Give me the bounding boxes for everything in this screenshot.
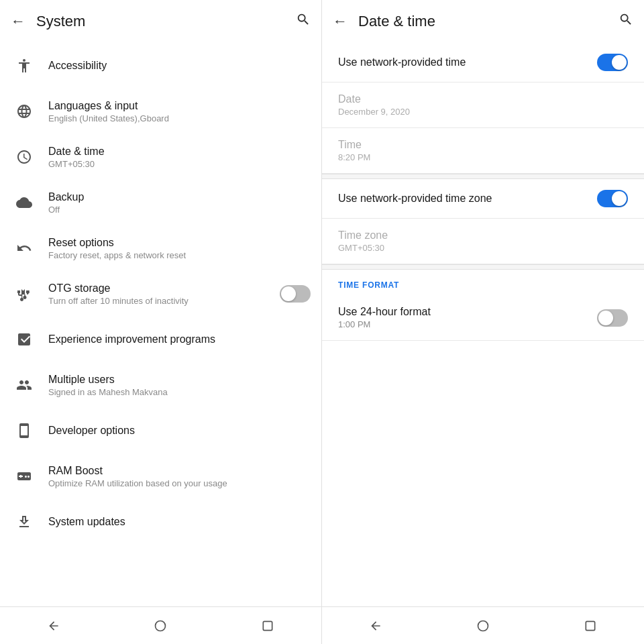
otg-toggle-switch[interactable] [280,285,311,303]
languages-title: Languages & input [48,100,311,112]
right-nav-bar [322,606,644,644]
dt-timezone: Time zone GMT+05:30 [322,219,644,264]
settings-item-accessibility[interactable]: Accessibility [0,43,321,89]
dt-timezone-sub: GMT+05:30 [338,243,628,253]
dt-time-title: Time [338,139,628,151]
svg-rect-1 [263,621,272,630]
dt-network-timezone[interactable]: Use network-provided time zone [322,179,644,219]
reset-title: Reset options [48,237,311,249]
phone-icon [11,417,38,444]
users-title: Multiple users [48,374,311,386]
dt-network-timezone-title: Use network-provided time zone [338,193,597,205]
section-separator-2 [322,264,644,270]
datetime-content: Date & time GMT+05:30 [48,146,311,169]
datetime-settings: Use network-provided time Date December … [322,43,644,606]
svg-point-0 [156,621,166,631]
accessibility-title: Accessibility [48,60,311,72]
settings-item-backup[interactable]: Backup Off [0,180,321,225]
settings-item-reset[interactable]: Reset options Factory reset, apps & netw… [0,225,321,271]
developer-content: Developer options [48,425,311,437]
reset-icon [11,235,38,262]
dt-network-timezone-content: Use network-provided time zone [338,193,597,205]
users-subtitle: Signed in as Mahesh Makvana [48,387,311,397]
dt-date-sub: December 9, 2020 [338,107,628,117]
left-nav-recent[interactable] [254,612,281,639]
settings-list: Accessibility Languages & input English … [0,43,321,606]
settings-item-ramboost[interactable]: RAM Boost Optimize RAM utilization based… [0,453,321,499]
otg-title: OTG storage [48,282,280,294]
dt-24hr-format[interactable]: Use 24-hour format 1:00 PM [322,295,644,341]
dt-timezone-content: Time zone GMT+05:30 [338,229,628,253]
usb-icon [11,280,38,307]
developer-title: Developer options [48,425,311,437]
svg-rect-3 [586,621,594,630]
backup-subtitle: Off [48,205,311,215]
reset-subtitle: Factory reset, apps & network reset [48,250,311,260]
network-timezone-toggle[interactable] [597,190,628,207]
accessibility-content: Accessibility [48,60,311,72]
otg-content: OTG storage Turn off after 10 minutes of… [48,282,280,306]
accessibility-icon [11,52,38,79]
dt-time-content: Time 8:20 PM [338,139,628,162]
dt-date-content: Date December 9, 2020 [338,93,628,117]
dt-network-time-title: Use network-provided time [338,56,597,68]
right-nav-back[interactable] [362,612,389,639]
cloud-icon [11,189,38,216]
network-time-toggle[interactable] [597,54,628,71]
right-back-button[interactable]: ← [333,13,347,30]
ramboost-icon [11,463,38,490]
24hr-format-toggle[interactable] [597,309,628,327]
settings-item-developer[interactable]: Developer options [0,408,321,453]
languages-content: Languages & input English (United States… [48,100,311,123]
dt-date-title: Date [338,93,628,105]
dt-24hr-content: Use 24-hour format 1:00 PM [338,306,597,329]
dt-network-time-content: Use network-provided time [338,56,597,68]
datetime-subtitle: GMT+05:30 [48,159,311,169]
person-icon [11,372,38,398]
chart-icon [11,326,38,353]
left-back-button[interactable]: ← [11,13,25,30]
time-format-label: TIME FORMAT [322,270,644,295]
download-icon [11,508,38,535]
otg-subtitle: Turn off after 10 minutes of inactivity [48,296,280,306]
section-separator-1 [322,174,644,179]
ramboost-title: RAM Boost [48,465,311,477]
otg-toggle[interactable] [280,285,311,303]
left-header: ← System [0,0,321,43]
dt-timezone-title: Time zone [338,229,628,241]
languages-subtitle: English (United States),Gboard [48,113,311,123]
right-nav-recent[interactable] [577,612,604,639]
svg-point-2 [478,621,488,631]
right-header-title: Date & time [358,13,619,30]
experience-content: Experience improvement programs [48,333,311,345]
dt-24hr-title: Use 24-hour format [338,306,597,318]
updates-title: System updates [48,516,311,528]
experience-title: Experience improvement programs [48,333,311,345]
right-nav-home[interactable] [470,612,496,639]
left-nav-home[interactable] [147,612,174,639]
right-search-button[interactable] [619,12,633,31]
left-search-button[interactable] [296,12,311,31]
ramboost-subtitle: Optimize RAM utilization based on your u… [48,478,311,488]
right-header: ← Date & time [322,0,644,43]
settings-item-updates[interactable]: System updates [0,499,321,545]
settings-item-datetime[interactable]: Date & time GMT+05:30 [0,134,321,180]
clock-icon [11,144,38,170]
backup-title: Backup [48,191,311,203]
backup-content: Backup Off [48,191,311,215]
dt-network-time[interactable]: Use network-provided time [322,43,644,83]
dt-24hr-sub: 1:00 PM [338,319,597,329]
users-content: Multiple users Signed in as Mahesh Makva… [48,374,311,397]
left-nav-bar [0,606,321,644]
language-icon [11,98,38,125]
settings-item-users[interactable]: Multiple users Signed in as Mahesh Makva… [0,362,321,408]
dt-time-sub: 8:20 PM [338,152,628,162]
settings-item-languages[interactable]: Languages & input English (United States… [0,89,321,134]
dt-time: Time 8:20 PM [322,128,644,174]
left-header-title: System [36,13,296,30]
left-nav-back[interactable] [40,612,67,639]
settings-item-experience[interactable]: Experience improvement programs [0,317,321,362]
settings-item-otg[interactable]: OTG storage Turn off after 10 minutes of… [0,271,321,317]
dt-date: Date December 9, 2020 [322,83,644,128]
reset-content: Reset options Factory reset, apps & netw… [48,237,311,260]
